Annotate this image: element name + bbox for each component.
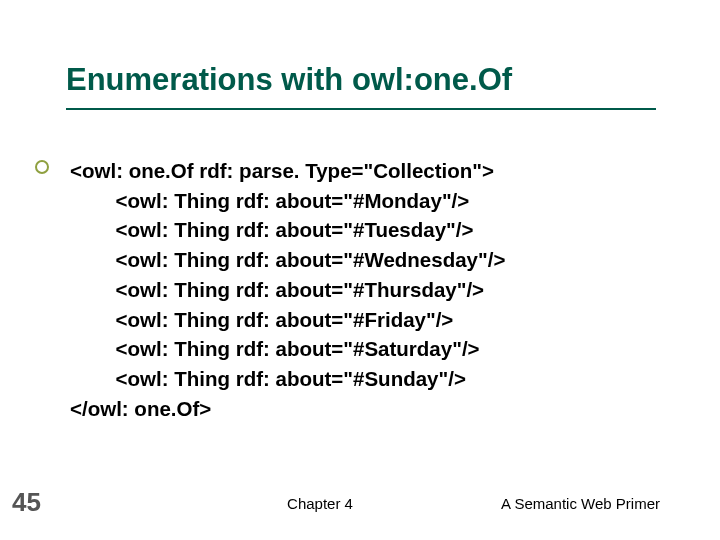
code-block: <owl: one.Of rdf: parse. Type="Collectio… xyxy=(70,156,505,423)
bullet-icon xyxy=(35,160,49,174)
footer-center-text: Chapter 4 xyxy=(287,495,353,512)
title-underline xyxy=(66,108,656,110)
footer-right: A Semantic Web Primer xyxy=(501,495,660,512)
slide-title: Enumerations with owl:one.Of xyxy=(66,62,512,98)
slide: Enumerations with owl:one.Of <owl: one.O… xyxy=(0,0,720,540)
